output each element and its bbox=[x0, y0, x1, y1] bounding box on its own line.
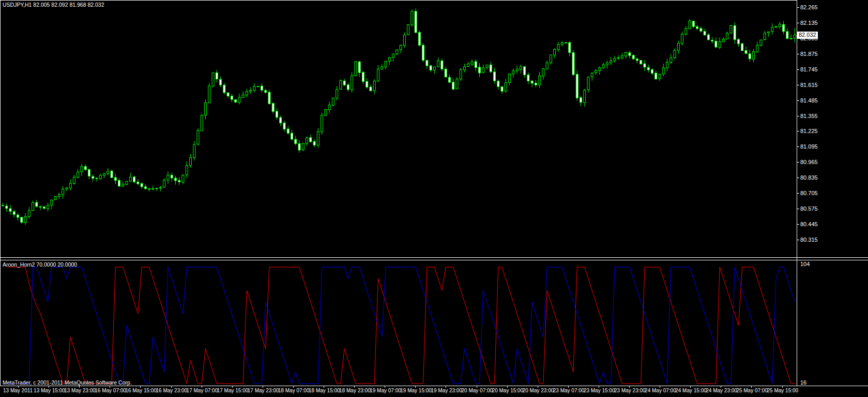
time-tick-label: 18 May 15:00 bbox=[309, 388, 340, 394]
candle-body bbox=[696, 26, 698, 28]
candle-body bbox=[783, 24, 785, 32]
candle-body bbox=[475, 62, 477, 68]
candle-body bbox=[2, 205, 4, 206]
candle-body bbox=[28, 211, 30, 217]
candle-body bbox=[467, 64, 469, 66]
candle-body bbox=[599, 68, 601, 71]
price-tick-label: 80.835 bbox=[800, 174, 818, 181]
price-tick-label: 81.745 bbox=[800, 66, 818, 72]
candle-body bbox=[358, 62, 360, 72]
time-tick-label: 24 May 23:00 bbox=[706, 388, 737, 394]
candle-body bbox=[238, 97, 240, 102]
candle-body bbox=[531, 81, 533, 83]
candle-body bbox=[497, 81, 499, 87]
candle-body bbox=[355, 62, 357, 76]
candle-body bbox=[719, 41, 721, 47]
candle-body bbox=[287, 129, 289, 133]
candlestick-series[interactable] bbox=[2, 8, 796, 225]
time-tick-label: 16 May 15:00 bbox=[125, 388, 157, 394]
candle-body bbox=[182, 175, 184, 182]
time-tick-label: 23 May 15:00 bbox=[584, 388, 615, 394]
candle-body bbox=[9, 209, 11, 211]
candle-body bbox=[81, 167, 83, 172]
candle-body bbox=[550, 55, 552, 63]
candle-body bbox=[43, 207, 45, 209]
candle-body bbox=[295, 139, 297, 143]
candle-body bbox=[403, 35, 405, 46]
time-tick-label: 18 May 07:00 bbox=[278, 388, 310, 394]
candle-body bbox=[546, 63, 548, 69]
time-tick-label: 20 May 23:00 bbox=[523, 388, 554, 394]
candle-body bbox=[306, 138, 308, 143]
candle-body bbox=[84, 167, 86, 170]
candle-body bbox=[51, 200, 53, 205]
candle-body bbox=[430, 66, 432, 70]
candle-body bbox=[328, 105, 330, 110]
candle-body bbox=[32, 202, 34, 211]
time-tick-label: 13 May 15:00 bbox=[34, 388, 65, 394]
candle-body bbox=[505, 83, 507, 91]
candle-body bbox=[122, 184, 124, 186]
time-tick-label: 17 May 07:00 bbox=[187, 388, 218, 394]
candle-body bbox=[250, 91, 252, 92]
chart-canvas bbox=[0, 0, 868, 397]
candle-body bbox=[745, 50, 747, 53]
candle-body bbox=[257, 86, 259, 87]
candle-body bbox=[647, 67, 649, 70]
candle-body bbox=[557, 45, 559, 50]
candle-body bbox=[253, 86, 255, 90]
candle-body bbox=[659, 74, 661, 79]
time-tick-label: 18 May 23:00 bbox=[339, 388, 371, 394]
candle-body bbox=[268, 92, 270, 104]
candle-body bbox=[587, 77, 589, 90]
time-tick-label: 25 May 15:00 bbox=[767, 388, 799, 394]
candle-body bbox=[242, 95, 244, 97]
candle-body bbox=[418, 32, 420, 45]
chart-title-ohlc: USDJPY,H1 82.005 82.092 81.968 82.032 bbox=[3, 2, 104, 8]
candle-body bbox=[670, 58, 672, 63]
candle-body bbox=[325, 110, 327, 116]
candle-body bbox=[501, 87, 503, 92]
candle-body bbox=[212, 73, 214, 86]
candle-body bbox=[58, 195, 60, 197]
candle-body bbox=[246, 92, 248, 95]
candle-body bbox=[88, 170, 90, 177]
time-tick-label: 20 May 15:00 bbox=[492, 388, 524, 394]
candle-body bbox=[99, 175, 101, 179]
price-tick-label: 80.705 bbox=[800, 190, 818, 196]
candle-body bbox=[629, 53, 631, 55]
price-tick-label: 82.135 bbox=[800, 20, 818, 26]
time-tick-label: 16 May 23:00 bbox=[156, 388, 188, 394]
candle-body bbox=[291, 133, 293, 139]
candle-body bbox=[644, 64, 646, 67]
candle-body bbox=[561, 43, 563, 45]
candle-body bbox=[433, 67, 435, 70]
time-tick-label: 19 May 15:00 bbox=[400, 388, 432, 394]
candle-body bbox=[144, 187, 146, 189]
candle-body bbox=[407, 24, 409, 35]
candle-body bbox=[388, 57, 390, 61]
time-tick-label: 17 May 23:00 bbox=[248, 388, 279, 394]
candle-body bbox=[197, 130, 199, 144]
candle-body bbox=[133, 177, 135, 182]
time-tick-label: 23 May 23:00 bbox=[614, 388, 646, 394]
candle-body bbox=[220, 79, 222, 85]
candle-body bbox=[205, 102, 207, 115]
candle-body bbox=[36, 202, 38, 207]
candle-body bbox=[400, 46, 402, 50]
candle-body bbox=[171, 175, 173, 178]
candle-body bbox=[276, 111, 278, 117]
aroon-indicator-series[interactable] bbox=[7, 267, 795, 384]
candle-body bbox=[114, 178, 116, 181]
candle-body bbox=[794, 35, 796, 38]
candle-body bbox=[280, 117, 282, 123]
candle-body bbox=[460, 70, 462, 79]
candle-body bbox=[771, 27, 773, 32]
candle-body bbox=[411, 11, 413, 25]
candle-body bbox=[681, 34, 683, 43]
candle-body bbox=[542, 69, 544, 76]
candle-body bbox=[54, 196, 56, 200]
candle-body bbox=[632, 55, 634, 59]
current-price-badge: 82.032 bbox=[797, 32, 818, 39]
candle-body bbox=[786, 32, 788, 39]
